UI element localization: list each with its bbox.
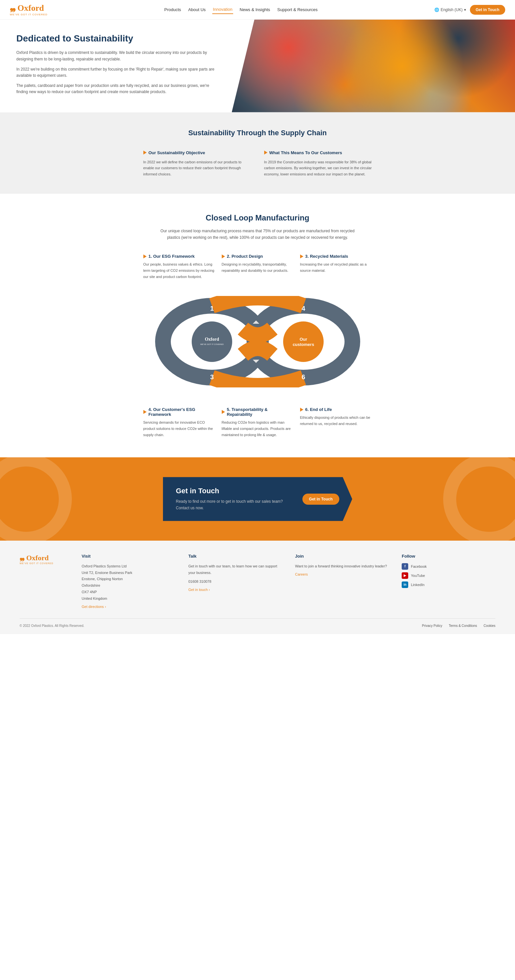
hero-paragraph-1: Oxford Plastics is driven by a commitmen…: [16, 50, 219, 62]
supply-chain-col2-text: In 2019 the Construction industry was re…: [264, 159, 372, 177]
nav-support[interactable]: Support & Resources: [277, 6, 318, 14]
get-in-touch-box: Get in Touch Ready to find out more or t…: [163, 477, 352, 521]
linkedin-label: LinkedIn: [411, 583, 424, 587]
footer-visit-title: Visit: [82, 554, 175, 558]
footer-visit-address: Oxford Plastics Systems Ltd Unit T2, Ens…: [82, 563, 175, 602]
step-5-title-text: 5. Transportability & Repairability: [227, 407, 294, 417]
facebook-label: Facebook: [411, 565, 426, 568]
step-6-title: 6. End of Life: [300, 407, 372, 412]
facebook-icon: f: [402, 563, 408, 570]
step-3-text: Increasing the use of recycled plastic a…: [300, 261, 372, 274]
footer-bottom: © 2022 Oxford Plastics. All Rights Reser…: [20, 618, 495, 627]
arrow-icon-step1: [143, 255, 147, 258]
infinity-diagram: Oxford WE'VE GOT IT COVERED Our customer…: [151, 296, 364, 387]
svg-text:3: 3: [210, 373, 214, 380]
footer-phone: 01608 310078: [188, 579, 282, 585]
hero-image-inner: [232, 20, 515, 112]
supply-chain-col1-text: In 2022 we will define the carbon emissi…: [143, 159, 251, 177]
footer-directions-link[interactable]: Get directions ›: [82, 605, 175, 609]
privacy-policy-link[interactable]: Privacy Policy: [422, 624, 442, 627]
step-col-6: 6. End of Life Ethically disposing of pr…: [300, 407, 372, 438]
main-nav: Products About Us Innovation News & Insi…: [164, 5, 318, 14]
supply-chain-col1-title: Our Sustainability Objective: [143, 150, 251, 155]
social-youtube[interactable]: ▶ YouTube: [402, 572, 495, 579]
arrow-icon-step2: [222, 255, 225, 258]
step-2-title-text: 2. Product Design: [227, 254, 263, 259]
logo-o: ❠: [10, 3, 15, 13]
footer-follow-col: Follow f Facebook ▶ YouTube in LinkedIn: [402, 554, 495, 609]
supply-chain-col1-title-text: Our Sustainability Objective: [149, 150, 205, 155]
logo-text: ❠ Oxford: [10, 3, 44, 13]
svg-text:2: 2: [176, 337, 179, 345]
cookies-link[interactable]: Cookies: [484, 624, 495, 627]
hero-content: Dedicated to Sustainability Oxford Plast…: [0, 20, 232, 112]
footer-talk-text: Get in touch with our team, to learn how…: [188, 563, 282, 576]
nav-products[interactable]: Products: [164, 6, 181, 14]
svg-point-7: [283, 321, 324, 362]
arrow-icon-1: [143, 151, 147, 154]
step-2-title: 2. Product Design: [222, 254, 294, 259]
footer-follow-title: Follow: [402, 554, 495, 558]
step-1-text: Our people, business values & ethics. Lo…: [143, 261, 215, 280]
footer-bottom-links: Privacy Policy Terms & Conditions Cookie…: [422, 624, 495, 627]
closed-loop-section: Closed Loop Manufacturing Our unique clo…: [0, 194, 515, 458]
globe-icon: 🌐: [434, 8, 439, 12]
arrow-icon-step4: [143, 410, 147, 414]
svg-text:6: 6: [301, 373, 305, 380]
svg-text:1: 1: [210, 305, 214, 312]
svg-text:Our: Our: [299, 337, 307, 342]
closed-loop-description: Our unique closed loop manufacturing pro…: [160, 228, 356, 241]
language-selector[interactable]: 🌐 English (UK) ▾: [434, 8, 466, 12]
footer-logo-col: ❠ Oxford WE'VE GOT IT COVERED: [20, 554, 68, 609]
footer-join-text: Want to join a forward thinking innovati…: [295, 563, 389, 570]
step-col-2: 2. Product Design Designing in recyclabi…: [222, 254, 294, 280]
footer-careers-link[interactable]: Careers: [295, 572, 389, 576]
linkedin-icon: in: [402, 581, 408, 588]
footer-logo-o: ❠: [20, 554, 24, 562]
arrow-icon-step3: [300, 255, 304, 258]
logo-name: Oxford: [17, 3, 44, 13]
header-cta-button[interactable]: Get in Touch: [470, 5, 505, 15]
svg-text:Oxford: Oxford: [205, 337, 219, 342]
supply-chain-section: Sustainability Through the Supply Chain …: [0, 112, 515, 194]
nav-about[interactable]: About Us: [188, 6, 206, 14]
nav-news[interactable]: News & Insights: [239, 6, 271, 14]
youtube-label: YouTube: [411, 574, 425, 578]
step-3-title-text: 3. Recycled Materials: [305, 254, 348, 259]
social-facebook[interactable]: f Facebook: [402, 563, 495, 570]
step-4-text: Servicing demands for innovative ECO pro…: [143, 420, 215, 438]
hero-section: Dedicated to Sustainability Oxford Plast…: [0, 20, 515, 112]
social-linkedin[interactable]: in LinkedIn: [402, 581, 495, 588]
step-4-title-text: 4. Our Customer's ESG Framework: [149, 407, 215, 417]
step-2-text: Designing in recyclability, transportabi…: [222, 261, 294, 274]
arrow-icon-step6: [300, 408, 304, 412]
svg-text:WE'VE GOT IT COVERED: WE'VE GOT IT COVERED: [200, 343, 224, 345]
logo[interactable]: ❠ Oxford WE'VE GOT IT COVERED: [10, 3, 47, 16]
supply-chain-col2-title: What This Means To Our Customers: [264, 150, 372, 155]
footer-logo-name: Oxford: [27, 554, 49, 562]
supply-chain-col-1: Our Sustainability Objective In 2022 we …: [143, 150, 251, 177]
footer-top: ❠ Oxford WE'VE GOT IT COVERED Visit Oxfo…: [20, 554, 495, 609]
terms-conditions-link[interactable]: Terms & Conditions: [449, 624, 477, 627]
supply-chain-columns: Our Sustainability Objective In 2022 we …: [143, 150, 372, 177]
closed-loop-steps-top: 1. Our ESG Framework Our people, busines…: [13, 254, 502, 280]
nav-innovation[interactable]: Innovation: [212, 5, 233, 14]
site-header: ❠ Oxford WE'VE GOT IT COVERED Products A…: [0, 0, 515, 20]
step-col-5: 5. Transportability & Repairability Redu…: [222, 407, 294, 438]
supply-chain-col2-title-text: What This Means To Our Customers: [269, 150, 342, 155]
supply-chain-col-2: What This Means To Our Customers In 2019…: [264, 150, 372, 177]
youtube-icon: ▶: [402, 572, 408, 579]
supply-chain-title: Sustainability Through the Supply Chain: [20, 129, 495, 137]
footer-join-title: Join: [295, 554, 389, 558]
get-in-touch-section: Get in Touch Ready to find out more or t…: [0, 457, 515, 540]
get-in-touch-button[interactable]: Get in Touch: [302, 493, 339, 505]
footer-contact-link[interactable]: Get in touch ›: [188, 588, 282, 592]
step-col-4: 4. Our Customer's ESG Framework Servicin…: [143, 407, 215, 438]
header-right: 🌐 English (UK) ▾ Get in Touch: [434, 5, 505, 15]
svg-text:customers: customers: [292, 342, 314, 347]
closed-loop-title: Closed Loop Manufacturing: [13, 213, 502, 223]
arrow-icon-step5: [222, 410, 225, 414]
infinity-svg: Oxford WE'VE GOT IT COVERED Our customer…: [151, 296, 364, 387]
logo-tagline: WE'VE GOT IT COVERED: [10, 13, 47, 16]
footer-join-col: Join Want to join a forward thinking inn…: [295, 554, 389, 609]
